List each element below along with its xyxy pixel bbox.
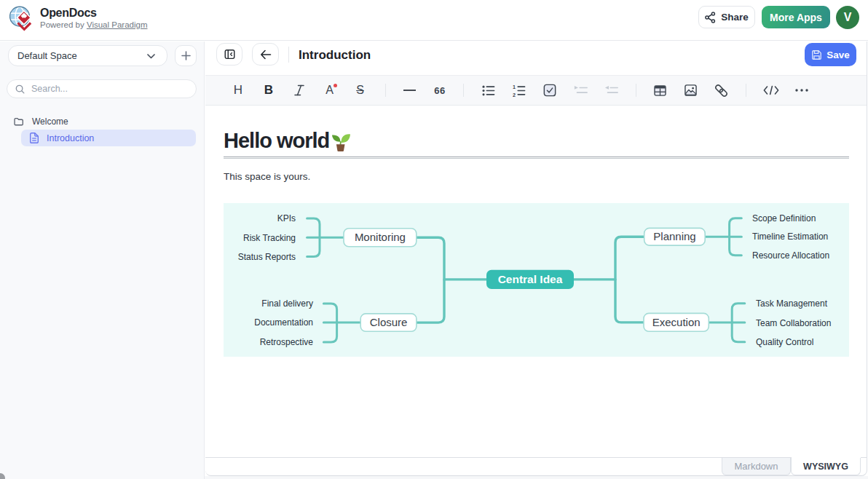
svg-text:Quality Control: Quality Control (756, 337, 813, 347)
svg-text:Task Management: Task Management (756, 298, 828, 309)
svg-text:Closure: Closure (370, 316, 408, 328)
svg-text:Planning: Planning (653, 230, 695, 242)
svg-text:Scope Definition: Scope Definition (752, 213, 816, 223)
svg-text:2: 2 (513, 92, 516, 96)
svg-text:KPIs: KPIs (277, 213, 296, 223)
svg-text:Monitoring: Monitoring (355, 231, 406, 243)
svg-text:Status Reports: Status Reports (238, 252, 296, 262)
svg-text:Risk Tracking: Risk Tracking (243, 233, 296, 243)
svg-text:Central Idea: Central Idea (498, 273, 563, 285)
svg-text:Final delivery: Final delivery (261, 298, 313, 309)
svg-text:1: 1 (513, 84, 516, 90)
svg-text:Resource Allocation: Resource Allocation (752, 250, 829, 261)
svg-text:Team Collaboration: Team Collaboration (756, 318, 831, 328)
svg-text:Execution: Execution (652, 316, 701, 328)
svg-text:Documentation: Documentation (254, 317, 313, 328)
svg-text:Retrospective: Retrospective (260, 337, 314, 347)
svg-text:Timeline Estimation: Timeline Estimation (752, 231, 828, 242)
